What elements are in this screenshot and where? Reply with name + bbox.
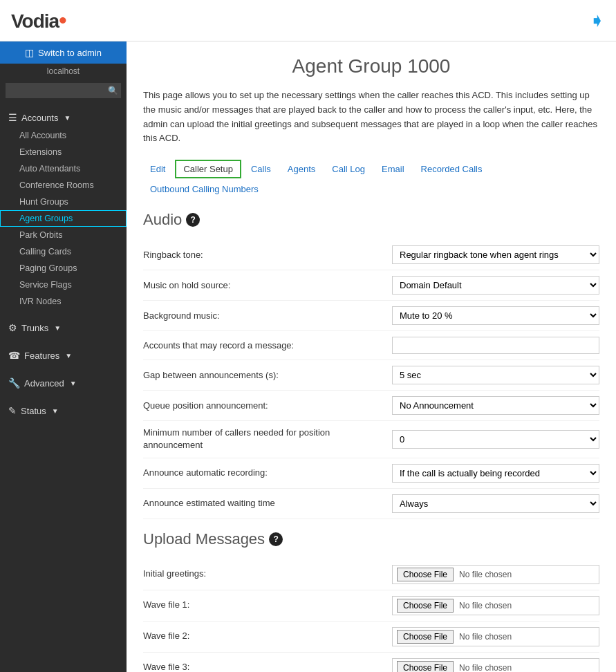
wave-file-1-label: Wave file 1:: [143, 599, 392, 611]
ringback-tone-row: Ringback tone: Regular ringback tone whe…: [143, 240, 599, 270]
audio-section-header: Audio ?: [143, 211, 599, 229]
announce-recording-label: Announce automatic recording:: [143, 467, 392, 479]
sidebar-item-all-accounts[interactable]: All Accounts: [0, 127, 127, 144]
min-callers-label: Minimum number of callers needed for pos…: [143, 427, 392, 451]
sidebar-item-auto-attendants[interactable]: Auto Attendants: [0, 160, 127, 177]
sidebar-item-extensions[interactable]: Extensions: [0, 144, 127, 160]
tab-outbound-calling-numbers[interactable]: Outbound Calling Numbers: [143, 181, 265, 197]
sidebar-advanced-header[interactable]: 🔧 Advanced ▼: [0, 373, 127, 393]
localhost-label: localhost: [0, 64, 127, 80]
music-on-hold-row: Music on hold source: Domain Default Non…: [143, 270, 599, 301]
announce-recording-select[interactable]: If the call is actually being recorded A…: [392, 464, 599, 483]
min-callers-row: Minimum number of callers needed for pos…: [143, 421, 599, 458]
sidebar-trunks-section: ⚙ Trunks ▼: [0, 314, 127, 342]
record-accounts-input[interactable]: [392, 337, 599, 354]
tab-calls[interactable]: Calls: [244, 161, 278, 177]
advanced-icon: 🔧: [8, 377, 20, 389]
wave-file-3-label: Wave file 3:: [143, 661, 392, 672]
wave-file-2-control: Choose File No file chosen: [392, 627, 599, 646]
page-description: This page allows you to set up the neces…: [143, 88, 599, 146]
wave-file-1-choose-btn[interactable]: Choose File: [397, 599, 454, 613]
announce-wait-time-label: Announce estimated waiting time: [143, 497, 392, 510]
sidebar-item-conference-rooms[interactable]: Conference Rooms: [0, 177, 127, 194]
sidebar-item-hunt-groups[interactable]: Hunt Groups: [0, 194, 127, 210]
audio-help-icon[interactable]: ?: [186, 213, 200, 227]
tab-caller-setup[interactable]: Caller Setup: [175, 160, 241, 178]
wave-file-1-upload: Choose File No file chosen: [392, 596, 599, 615]
wave-file-2-choose-btn[interactable]: Choose File: [397, 630, 454, 644]
trunks-label: Trunks: [21, 323, 48, 333]
queue-position-select[interactable]: No Announcement Announce position Announ…: [392, 396, 599, 415]
gap-announcements-select[interactable]: 5 sec 10 sec 15 sec 30 sec: [392, 366, 599, 384]
status-icon: ✎: [8, 405, 17, 416]
announce-wait-time-control: Always Never When more than 1 caller wai…: [392, 494, 599, 513]
tab-recorded-calls[interactable]: Recorded Calls: [414, 161, 489, 177]
announce-wait-time-row: Announce estimated waiting time Always N…: [143, 489, 599, 519]
accounts-icon: ☰: [8, 112, 17, 123]
background-music-select[interactable]: Mute to 20 % Mute to 50 % Full volume No…: [392, 306, 599, 325]
record-accounts-row: Accounts that may record a message:: [143, 331, 599, 360]
advanced-caret: ▼: [70, 380, 77, 387]
queue-position-row: Queue position announcement: No Announce…: [143, 391, 599, 421]
sidebar-item-park-orbits[interactable]: Park Orbits: [0, 227, 127, 243]
min-callers-select[interactable]: 0 1 2 3 5 10: [392, 430, 599, 449]
advanced-label: Advanced: [24, 378, 64, 389]
features-caret: ▼: [65, 352, 72, 360]
sidebar-accounts-header[interactable]: ☰ Accounts ▼: [0, 108, 127, 127]
queue-position-label: Queue position announcement:: [143, 400, 392, 412]
header: Vodia• ➧: [0, 0, 616, 41]
ringback-tone-select[interactable]: Regular ringback tone when agent rings M…: [392, 245, 599, 264]
wave-file-3-choose-btn[interactable]: Choose File: [397, 661, 454, 672]
layout: ◫ Switch to admin localhost 🔍 ☰ Accounts…: [0, 41, 616, 672]
upload-help-icon[interactable]: ?: [269, 532, 283, 546]
gap-announcements-row: Gap between announcements (s): 5 sec 10 …: [143, 360, 599, 391]
record-accounts-label: Accounts that may record a message:: [143, 339, 392, 352]
sidebar-trunks-header[interactable]: ⚙ Trunks ▼: [0, 318, 127, 337]
search-box: 🔍: [0, 80, 127, 104]
search-input[interactable]: [6, 83, 121, 98]
wave-file-1-row: Wave file 1: Choose File No file chosen: [143, 590, 599, 622]
music-on-hold-select[interactable]: Domain Default None Custom: [392, 276, 599, 295]
announce-recording-control: If the call is actually being recorded A…: [392, 464, 599, 483]
sidebar-status-section: ✎ Status ▼: [0, 397, 127, 424]
sidebar-item-service-flags[interactable]: Service Flags: [0, 277, 127, 293]
sidebar-item-agent-groups[interactable]: Agent Groups: [0, 210, 127, 227]
wave-file-3-upload: Choose File No file chosen: [392, 658, 599, 672]
switch-to-admin-button[interactable]: ◫ Switch to admin: [0, 41, 127, 64]
ringback-tone-control: Regular ringback tone when agent rings M…: [392, 245, 599, 264]
upload-section-header: Upload Messages ?: [143, 530, 599, 548]
music-on-hold-control: Domain Default None Custom: [392, 276, 599, 295]
features-icon: ☎: [8, 350, 20, 361]
trunks-icon: ⚙: [8, 322, 17, 333]
tab-call-log[interactable]: Call Log: [325, 161, 372, 177]
announce-recording-row: Announce automatic recording: If the cal…: [143, 458, 599, 489]
accounts-label: Accounts: [21, 113, 58, 123]
wave-file-2-label: Wave file 2:: [143, 630, 392, 642]
initial-greetings-choose-btn[interactable]: Choose File: [397, 568, 454, 581]
sidebar-features-section: ☎ Features ▼: [0, 342, 127, 369]
sidebar-item-calling-cards[interactable]: Calling Cards: [0, 243, 127, 260]
announce-wait-time-select[interactable]: Always Never When more than 1 caller wai…: [392, 494, 599, 513]
tabs: Edit Caller Setup Calls Agents Call Log …: [143, 160, 599, 197]
sidebar-features-header[interactable]: ☎ Features ▼: [0, 346, 127, 365]
sidebar-status-header[interactable]: ✎ Status ▼: [0, 401, 127, 420]
logout-icon[interactable]: ➧: [589, 9, 605, 32]
trunks-caret: ▼: [54, 324, 61, 332]
features-label: Features: [24, 351, 59, 361]
sidebar-accounts-section: ☰ Accounts ▼ All Accounts Extensions Aut…: [0, 104, 127, 314]
status-caret: ▼: [52, 407, 59, 415]
tab-agents[interactable]: Agents: [281, 161, 322, 177]
tab-edit[interactable]: Edit: [143, 161, 172, 177]
wave-file-3-label-text: No file chosen: [459, 663, 512, 672]
tab-email[interactable]: Email: [375, 161, 411, 177]
gap-announcements-label: Gap between announcements (s):: [143, 369, 392, 382]
background-music-control: Mute to 20 % Mute to 50 % Full volume No…: [392, 306, 599, 325]
wave-file-2-row: Wave file 2: Choose File No file chosen: [143, 622, 599, 653]
sidebar-item-ivr-nodes[interactable]: IVR Nodes: [0, 293, 127, 310]
sidebar-item-paging-groups[interactable]: Paging Groups: [0, 260, 127, 277]
audio-section-title: Audio: [143, 211, 182, 229]
search-icon: 🔍: [108, 86, 118, 95]
min-callers-control: 0 1 2 3 5 10: [392, 430, 599, 449]
sidebar: ◫ Switch to admin localhost 🔍 ☰ Accounts…: [0, 41, 127, 672]
logo: Vodia•: [11, 8, 66, 33]
